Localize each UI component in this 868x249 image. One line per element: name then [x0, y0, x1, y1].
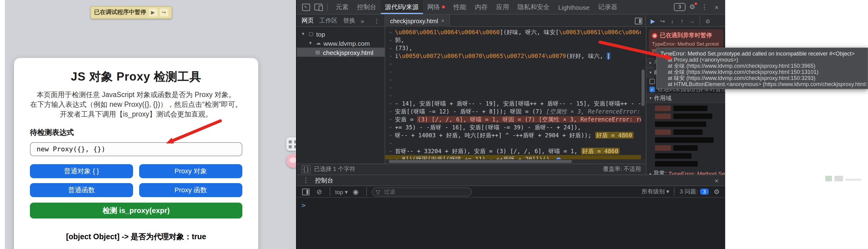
- code-line-5[interactable]: -: [385, 60, 641, 68]
- code-editor[interactable]: -\u0060\u0061\u0064\u0064\u0060](好味, 呀六,…: [385, 27, 646, 163]
- detect-button[interactable]: 检测 is_proxy(expr): [30, 203, 242, 218]
- devtools-tab-5[interactable]: 性能: [449, 0, 471, 14]
- kebab-menu-icon[interactable]: ⋮: [699, 2, 710, 12]
- exception-row[interactable]: ▸ 异常: TypeError: Method Set.: [646, 169, 726, 175]
- code-line-16[interactable]: -首呀-- + 33204 + 好盾), 安盾 = (3) [/, /, 6],…: [385, 147, 641, 155]
- floating-widget-grid[interactable]: [286, 137, 296, 151]
- scope-row-6[interactable]: [646, 144, 726, 152]
- code-line-11[interactable]: -安盾[(呀喵 -= 12) - 盾呀-- + 8])); 呀固 = (7) […: [385, 107, 641, 115]
- console-filter-field[interactable]: ▽: [371, 187, 471, 196]
- devtools-tab-1[interactable]: 元素: [332, 0, 353, 14]
- close-devtools-icon[interactable]: ×: [711, 2, 722, 12]
- drawer-kebab-icon[interactable]: ⋮: [300, 175, 311, 186]
- code-segment: ](好味, 呀六, 味安[: [500, 29, 559, 35]
- live-expression-eye-icon[interactable]: ◉: [350, 186, 361, 197]
- code-line-9[interactable]: -: [385, 92, 641, 99]
- log-levels-selector[interactable]: 所有级别 ▾: [642, 188, 669, 196]
- scope-row-1[interactable]: [646, 104, 726, 112]
- breakpoint-checkbox[interactable]: ✓: [649, 87, 655, 92]
- editor-vscrollbar-thumb[interactable]: [642, 69, 645, 106]
- device-toolbar-icon[interactable]: [313, 2, 323, 12]
- preset-button-2[interactable]: Proxy 对象: [139, 164, 242, 178]
- close-tab-icon[interactable]: ×: [441, 18, 444, 24]
- code-line-15[interactable]: -: [385, 139, 641, 147]
- debug-banner-label: 已在调试程序中暂停: [94, 8, 146, 17]
- sources-nav-tab-1[interactable]: 网页: [299, 17, 316, 25]
- step-over-icon[interactable]: ↪: [658, 16, 667, 25]
- code-segment: -: [389, 60, 395, 68]
- grid-dot-icon: [288, 140, 291, 143]
- grid-dot-icon: [294, 145, 296, 148]
- devtools-tab-7[interactable]: 应用: [492, 0, 513, 14]
- recording-dot-icon: [442, 5, 445, 8]
- scope-row-2[interactable]: [646, 112, 726, 120]
- devtools-tab-3[interactable]: 源代码/来源: [380, 0, 423, 14]
- tree-item-top[interactable]: ▾▢top: [297, 29, 384, 38]
- expression-input[interactable]: [30, 142, 242, 156]
- settings-gear-icon[interactable]: ⚙: [687, 2, 698, 12]
- preset-button-1[interactable]: 普通对象 { }: [30, 164, 133, 178]
- breakpoint-checkbox[interactable]: [649, 79, 655, 84]
- code-segment: 呀-- + 14003 + 好盾, 吨六[好盾++] ^ -++盾呀 + 290…: [395, 132, 595, 138]
- overflow-tabs-icon[interactable]: »: [358, 18, 367, 24]
- scope-section-header[interactable]: ▾ 作用域: [646, 93, 726, 103]
- issues-counter[interactable]: 3: [674, 3, 685, 11]
- code-line-4[interactable]: -i\u0050\u0072\u006f\u0070\u0065\u0072\u…: [385, 52, 641, 60]
- code-line-3[interactable]: -(73),: [385, 44, 641, 52]
- sources-nav-tab-2[interactable]: 工作区: [317, 17, 340, 25]
- resume-script-button[interactable]: ▶: [149, 8, 157, 17]
- devtools-tab-9[interactable]: Lighthouse: [554, 0, 594, 14]
- tree-item-www.ldvmp.com[interactable]: ▾☁www.ldvmp.com: [297, 38, 384, 48]
- issues-badge[interactable]: 3: [700, 189, 709, 195]
- devtools-tab-6[interactable]: 内存: [471, 0, 492, 14]
- devtools-tab-10[interactable]: 记录器: [594, 0, 622, 14]
- close-console-icon[interactable]: ×: [711, 175, 722, 186]
- scope-row-8[interactable]: [646, 160, 726, 168]
- console-settings-icon[interactable]: ⚙: [711, 186, 722, 197]
- step-over-script-button[interactable]: ↪: [160, 8, 168, 17]
- nav-kebab-icon[interactable]: ⋮: [371, 18, 382, 24]
- step-into-icon[interactable]: ↓: [668, 16, 677, 25]
- code-line-12[interactable]: -安盾 = (3) [/, /, 6], 呀喵 = 1, 呀固 = (7) [空…: [385, 115, 641, 123]
- console-prompt[interactable]: >: [297, 198, 726, 213]
- code-line-13[interactable]: -+= 35) - -盾呀 - 16], 安盾[(呀喵 -= 39) - 盾呀-…: [385, 123, 641, 131]
- step-icon[interactable]: →: [687, 16, 696, 25]
- tree-item-checkjsproxy.html[interactable]: ▤checkjsproxy.html: [297, 48, 384, 57]
- clear-console-icon[interactable]: ⊘: [314, 186, 325, 197]
- desktop-artifact: [825, 176, 861, 181]
- devtools-tab-2[interactable]: 控制台: [353, 0, 380, 14]
- scope-row-5[interactable]: [646, 136, 726, 144]
- code-line-6[interactable]: -: [385, 68, 641, 76]
- description-line-1: 本页面用于检测任意 JavaScript 对象或函数是否为 Proxy 对象。: [30, 90, 242, 99]
- scope-row-3[interactable]: [646, 120, 726, 128]
- scope-row-7[interactable]: [646, 152, 726, 160]
- scope-row-4[interactable]: [646, 128, 726, 136]
- preset-button-3[interactable]: 普通函数: [30, 183, 133, 197]
- preset-button-4[interactable]: Proxy 函数: [139, 183, 242, 197]
- code-line-7[interactable]: -: [385, 76, 641, 84]
- sources-nav-tab-3[interactable]: 替换: [341, 17, 358, 25]
- resume-button[interactable]: ▶: [648, 16, 657, 25]
- editor-tab-strip: checkjsproxy.html ×: [385, 14, 646, 27]
- braces-icon[interactable]: { }: [302, 165, 310, 173]
- toggle-panel-icon[interactable]: [635, 18, 642, 24]
- editor-hscrollbar-thumb[interactable]: [389, 160, 572, 163]
- code-line-14[interactable]: -呀-- + 14003 + 好盾, 吨六[好盾++] ^ -++盾呀 + 29…: [385, 131, 641, 139]
- deactivate-breakpoints-icon[interactable]: ⊘: [703, 16, 712, 25]
- code-line-2[interactable]: -郭,: [385, 36, 641, 44]
- file-tab[interactable]: checkjsproxy.html ×: [385, 14, 450, 27]
- console-tab[interactable]: 控制台: [315, 176, 333, 185]
- editor-hscrollbar[interactable]: [385, 159, 646, 163]
- floating-widget-mascot[interactable]: [286, 154, 296, 168]
- inspect-icon[interactable]: ↖: [300, 2, 311, 12]
- code-line-10[interactable]: -- 14], 安盾[呀喵 + 盾呀-- - 19], 安盾[呀喵++ + 盾呀…: [385, 99, 641, 107]
- code-line-8[interactable]: -: [385, 84, 641, 92]
- context-selector[interactable]: top ▾: [335, 188, 348, 195]
- code-line-1[interactable]: -\u0060\u0061\u0064\u0064\u0060](好味, 呀六,…: [385, 28, 641, 36]
- code-segment: -: [389, 76, 395, 84]
- console-sidebar-icon[interactable]: [300, 186, 311, 197]
- step-out-icon[interactable]: ↑: [678, 16, 687, 25]
- console-filter-input[interactable]: [383, 188, 458, 195]
- devtools-tab-8[interactable]: 隐私和安全: [513, 0, 554, 14]
- devtools-tab-4[interactable]: 网络: [423, 0, 449, 14]
